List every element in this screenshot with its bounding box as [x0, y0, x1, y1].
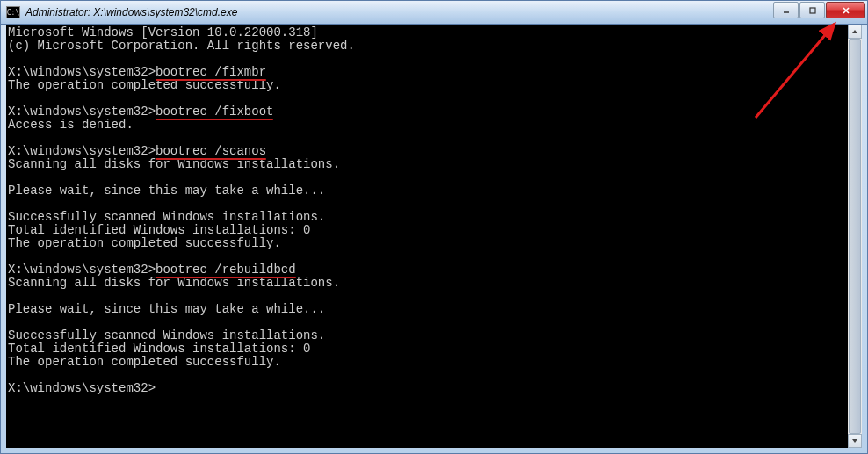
cmd-window: C:\ Administrator: X:\windows\system32\c…	[0, 0, 868, 454]
svg-marker-5	[852, 439, 857, 443]
close-icon	[841, 6, 851, 15]
maximize-button[interactable]	[799, 2, 825, 18]
console-line	[8, 171, 860, 184]
console-line: X:\windows\system32>bootrec /fixmbr	[8, 66, 860, 79]
scroll-track[interactable]	[848, 39, 862, 434]
minimize-icon	[782, 6, 791, 15]
prompt: X:\windows\system32>	[8, 263, 156, 277]
console-line: (c) Microsoft Corporation. All rights re…	[8, 40, 860, 53]
cmd-icon: C:\	[6, 6, 20, 18]
minimize-button[interactable]	[773, 2, 799, 18]
console-line: X:\windows\system32>bootrec /rebuildbcd	[8, 263, 860, 277]
prompt: X:\windows\system32>	[8, 104, 156, 119]
console-line: Scanning all disks for Windows installat…	[8, 158, 860, 171]
console-line	[8, 198, 860, 211]
console-line: Microsoft Windows [Version 10.0.22000.31…	[8, 26, 860, 40]
console-line: Scanning all disks for Windows installat…	[8, 277, 860, 290]
console-line: Access is denied.	[8, 119, 860, 132]
console-line: The operation completed successfully.	[8, 237, 860, 250]
prompt: X:\windows\system32>	[8, 381, 156, 395]
console-line: Successfully scanned Windows installatio…	[8, 211, 860, 224]
console-line	[8, 290, 860, 303]
window-title: Administrator: X:\windows\system32\cmd.e…	[25, 6, 237, 18]
console-line: X:\windows\system32>bootrec /scanos	[8, 145, 860, 158]
console-line: Total identified Windows installations: …	[8, 224, 860, 237]
console-line: Successfully scanned Windows installatio…	[8, 329, 860, 342]
scroll-up-button[interactable]	[848, 25, 862, 39]
maximize-icon	[808, 6, 817, 15]
command-text: bootrec /fixmbr	[156, 65, 266, 79]
svg-rect-1	[810, 8, 815, 13]
command-text: bootrec /fixboot	[156, 104, 273, 119]
console-line	[8, 132, 860, 145]
prompt: X:\windows\system32>	[8, 144, 156, 158]
console-line: Please wait, since this may take a while…	[8, 184, 860, 198]
svg-marker-4	[852, 30, 857, 33]
console-area[interactable]: Microsoft Windows [Version 10.0.22000.31…	[6, 25, 862, 448]
console-line: Total identified Windows installations: …	[8, 342, 860, 356]
window-controls	[773, 2, 865, 18]
console-line	[8, 316, 860, 329]
console-line: X:\windows\system32>bootrec /fixboot	[8, 105, 860, 119]
scroll-thumb[interactable]	[849, 39, 861, 434]
chevron-down-icon	[851, 437, 858, 444]
console-line: Please wait, since this may take a while…	[8, 303, 860, 316]
console-line	[8, 369, 860, 382]
console-line	[8, 92, 860, 105]
console-line	[8, 53, 860, 66]
scroll-down-button[interactable]	[848, 434, 862, 448]
titlebar[interactable]: C:\ Administrator: X:\windows\system32\c…	[1, 1, 867, 25]
console-line: The operation completed successfully.	[8, 356, 860, 369]
scrollbar[interactable]	[848, 25, 862, 448]
close-button[interactable]	[826, 2, 865, 18]
command-text: bootrec /scanos	[156, 144, 266, 158]
prompt: X:\windows\system32>	[8, 65, 156, 79]
chevron-up-icon	[851, 28, 858, 35]
console-line: The operation completed successfully.	[8, 79, 860, 92]
console-line	[8, 250, 860, 263]
console-line: X:\windows\system32>	[8, 382, 860, 395]
command-text: bootrec /rebuildbcd	[156, 263, 296, 277]
